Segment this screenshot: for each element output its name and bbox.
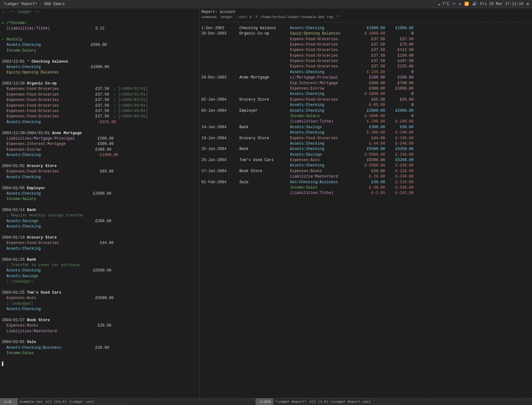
- refresh-icon: ⟳: [453, 2, 456, 6]
- left-editor-pane[interactable]: ; -*- ledger -*- = /^Income/ (Liabilitie…: [0, 8, 200, 398]
- equals-rule-line: = /^Income/: [2, 21, 197, 26]
- status-right-mode2: (Ledger Report yas): [330, 400, 372, 404]
- report-entry-3-row1: 28-Dec-2003 Acme Mortgage Li:Mortgage:Pr…: [201, 75, 530, 80]
- savings-300: Assets:Savings £300.00: [2, 219, 197, 224]
- checking-negative-1000: Assets:Checking -£1000.00: [2, 153, 197, 158]
- report-entry-4-row1: 02-Jan-2004 Grocery Store Expens:Food:Gr…: [201, 97, 530, 103]
- books-20: Expenses:Books £20.00: [2, 323, 197, 328]
- groceries-3: Expenses:Food:Groceries £37.50 ; [=2004/…: [2, 97, 197, 103]
- report-divider: ----------------------------------------…: [201, 20, 530, 25]
- tx-2003-12-28: 2003/12/28=2004/01/01 Acme Mortgage: [2, 131, 197, 136]
- groceries-44: Expenses:Food:Groceries £44.00: [2, 240, 197, 246]
- status-left-info: All (64,0): [44, 400, 68, 404]
- window-title: *Ledger Report* - GNU Emacs: [3, 2, 65, 6]
- blank-line: [2, 15, 197, 20]
- blank-line: [2, 180, 197, 185]
- report-entry-10-row2: Liabilitie:MasterCard £-20.00 £-240.00: [201, 174, 530, 179]
- blank-line: [2, 312, 197, 317]
- groceries-1: Expenses:Food:Groceries £37.50 ; [=2004/…: [2, 86, 197, 92]
- report-entry-2-row1: 20-Dec-2003 Organic Co-op Equip:Opening …: [201, 31, 530, 36]
- report-entry-7-row1: 19-Jan-2004 Grocery Store Expens:Food:Gr…: [201, 136, 530, 141]
- status-bar: -U:@-- example.dat All (64,0) (Ledger ya…: [0, 398, 532, 405]
- tithe-account: (Liabilities:Tithe) 0.12: [2, 26, 197, 31]
- savings-empty: Assets:Savings: [2, 274, 197, 279]
- weather: ☁ 7°C: [438, 2, 449, 6]
- blank-line: [2, 158, 197, 164]
- report-entry-6-row2: Assets:Checking £-300.00 £-240.00: [201, 130, 530, 135]
- report-entry-3-row3: Expenses:Escrow £300.00 £1000.00: [201, 86, 530, 91]
- tx-2004-01-19: 2004/01/19 Grocery Store: [2, 235, 197, 240]
- status-left-mode2: (Ledger yas): [68, 400, 95, 404]
- auto-5500: Expenses:Auto £5500.00: [2, 296, 197, 301]
- blank-line: [2, 53, 197, 59]
- clock: Fri 15 Mar 17:11:19: [480, 2, 523, 6]
- checking-2000: Assets:Checking £2000.00: [2, 191, 197, 196]
- report-entry-2-row2: Expens:Food:Groceries £37.50 £37.50: [201, 37, 530, 42]
- report-entry-10-row1: 27-Jan-2004 Book Store Expenses:Books £2…: [201, 169, 530, 174]
- blank-line: [2, 334, 197, 340]
- report-entry-2-row5: Expens:Food:Groceries £37.50 £150.00: [201, 53, 530, 59]
- tx-2004-02-01: 2004/02/01 Sale: [2, 340, 197, 345]
- checking-negative-225: Assets:Checking -£225.00: [2, 120, 197, 125]
- report-entry-3-row2: Exp:Interest:Mortgage £500.00 £700.00: [201, 81, 530, 86]
- report-entry-1: 1-Dec-2003 Checking balance Assets:Check…: [201, 26, 530, 31]
- interest-mortgage: Expenses:Interest:Mortgage £500.00: [2, 141, 197, 147]
- report-entry-5-row1: 05-Jan-2004 Employer Assets:Checking £20…: [201, 108, 530, 114]
- comment-nobudget1: ; :nobudget:: [2, 279, 197, 284]
- status-right-mode: -U:@%%: [256, 398, 273, 405]
- report-entry-11-row1: 01-Feb-2004 Sale Ass:Checking:Business £…: [201, 180, 530, 185]
- blank-line: [2, 125, 197, 130]
- report-title: Report: account: [201, 9, 530, 15]
- blank-line: [2, 32, 197, 37]
- status-right-divider: ----------------------------------------…: [372, 398, 532, 405]
- groceries-65: Expenses:Food:Groceries £65.00: [2, 169, 197, 174]
- report-entry-2-row3: Expens:Food:Groceries £37.50 £75.00: [201, 42, 530, 47]
- system-info: ☁ 7°C ⟳ ✉ 📶 🔊 Fri 15 Mar 17:11:19 ⚙: [438, 2, 529, 6]
- checking-empty3: Assets:Checking: [2, 246, 197, 252]
- report-entry-2-row7: Expens:Food:Groceries £37.50 £225.00: [201, 64, 530, 69]
- checking-account: Assets:Checking £500.00: [2, 42, 197, 48]
- escrow: Expenses:Escrow £300.00: [2, 147, 197, 153]
- report-entry-5-row3: (Liabilities:Tithe) £-240.00 £-240.00: [201, 119, 530, 124]
- blank-line: [2, 202, 197, 208]
- report-entry-11-row2: Income:Sales £-30.00 £-240.00: [201, 185, 530, 190]
- blank-line: [2, 230, 197, 235]
- tx-2004-01-27: 2004/01/27 Book Store: [2, 318, 197, 323]
- report-command: Command: ledger --sort d -f /home/borbus…: [201, 15, 530, 20]
- comment-nobudget2: ; :nobudget:: [2, 301, 197, 307]
- status-left-filename: example.dat: [18, 400, 45, 404]
- report-entry-11-row3: (Liabilities:Tithe) £-3.60 £-243.60: [201, 190, 530, 196]
- checking-amount: Assets:Checking £1000.00: [2, 65, 197, 70]
- report-entry-2-row6: Expens:Food:Groceries £37.50 £187.50: [201, 59, 530, 64]
- groceries-4: Expenses:Food:Groceries £37.50 ; [=2004/…: [2, 103, 197, 109]
- comment-line: ; -*- ledger -*-: [2, 9, 197, 15]
- salary-account: Income:Salary: [2, 48, 197, 53]
- status-left-mode: -U:@--: [0, 398, 18, 405]
- report-entry-9-row2: Assets:Checking £-5500.00 £-240.00: [201, 163, 530, 168]
- tx-2004-01-14: 2004/01/14 Bank: [2, 208, 197, 213]
- report-entry-2-row4: Expens:Food:Groceries £37.50 £112.50: [201, 47, 530, 53]
- status-right-info: All (4,0): [308, 400, 330, 404]
- blank-line: [2, 252, 197, 257]
- mortgage-principal: Liabilities:Mortgage:Principal £200.00: [2, 136, 197, 141]
- report-entry-8-row1: 25-Jan-2004 Bank Assets:Checking £5500.0…: [201, 146, 530, 152]
- tx-2004-01-25-bank: 2004/01/25 Bank: [2, 257, 197, 263]
- income-sales: Income:Sales: [2, 351, 197, 356]
- tx-2004-01-02: 2004/01/02 Grocery Store: [2, 164, 197, 169]
- volume-icon: 🔊: [472, 2, 477, 6]
- report-entry-5-row2: Income:Salary £-2000.00 0: [201, 114, 530, 119]
- tx-2003-12-01: 2003/12/01 * Checking balance: [2, 59, 197, 65]
- comment-car: ; Transfer to cover car purchase: [2, 263, 197, 268]
- checking-business-30: Assets:Checking:Business £30.00: [2, 345, 197, 351]
- groceries-2: Expenses:Food:Groceries £37.50 ; [=2004/…: [2, 92, 197, 97]
- checking-5500: Assets:Checking £5500.00: [2, 268, 197, 273]
- tx-2004-01-25-cars: 2004/01/25 Tom's Used Cars: [2, 290, 197, 296]
- title-bar: *Ledger Report* - GNU Emacs ☁ 7°C ⟳ ✉ 📶 …: [0, 0, 532, 8]
- cursor-line: ▋: [2, 362, 197, 367]
- report-entry-8-row2: Assets:Savings £-5500.00 £-240.00: [201, 152, 530, 158]
- report-entry-6-row1: 14-Jan-2004 Bank Assets:Savings £300.00 …: [201, 125, 530, 130]
- groceries-5: Expenses:Food:Groceries £37.50 ; [=2004/…: [2, 109, 197, 114]
- report-entry-4-row2: Assets:Checking £-65.00 0: [201, 103, 530, 108]
- tx-2004-01-05: 2004/01/05 Employer: [2, 186, 197, 191]
- report-entry-9-row1: 25-Jan-2004 Tom's Used Cars Expenses:Aut…: [201, 158, 530, 163]
